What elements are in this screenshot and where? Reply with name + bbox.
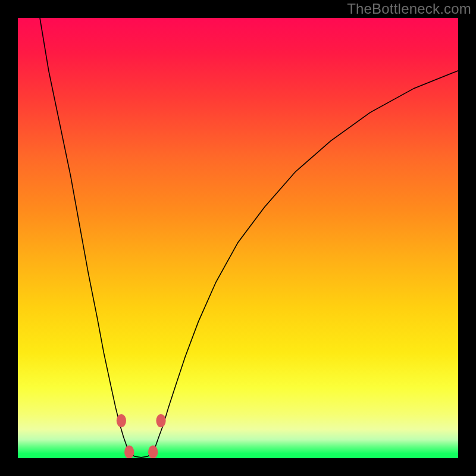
watermark-text: TheBottleneck.com [347, 1, 471, 17]
marker-left-upper [117, 414, 126, 427]
marker-right-lower [148, 446, 158, 458]
marker-left-lower [124, 446, 134, 458]
outer-frame: TheBottleneck.com [0, 0, 476, 476]
curve-left-branch [40, 18, 129, 452]
curve-right-branch [153, 71, 458, 453]
marker-dots [117, 414, 166, 458]
curve-valley-floor [129, 452, 153, 458]
plot-area [18, 18, 458, 458]
curve-layer [18, 18, 458, 458]
marker-right-upper [156, 414, 165, 427]
